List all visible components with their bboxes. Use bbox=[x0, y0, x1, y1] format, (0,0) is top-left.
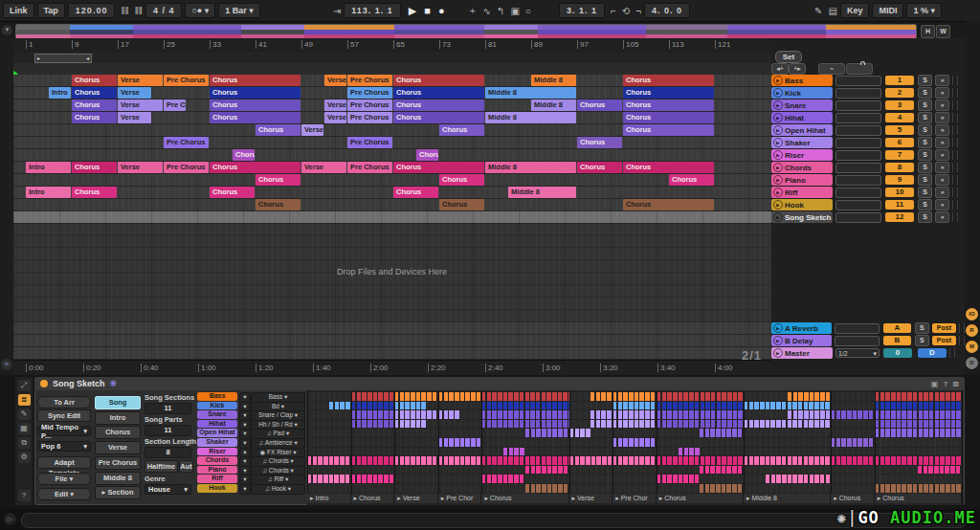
solo-button[interactable]: S bbox=[918, 137, 932, 148]
section-label-cell[interactable]: ▸ Verse bbox=[569, 494, 613, 503]
arrangement-clip[interactable]: Chorus bbox=[72, 112, 117, 123]
step-cells[interactable] bbox=[525, 429, 569, 437]
track-play-icon[interactable]: ▶ bbox=[773, 200, 783, 210]
arrangement-clip[interactable]: Verse bbox=[118, 162, 163, 173]
track-number-chip[interactable]: 7 bbox=[885, 150, 914, 160]
arrangement-clip[interactable]: Chorus bbox=[669, 174, 714, 186]
track-lane-open-hihat[interactable]: ChorusVerseChorusChorus bbox=[13, 124, 771, 136]
arrangement-clip[interactable]: Pre Chorus bbox=[347, 75, 392, 86]
track-number-chip[interactable]: 8 bbox=[885, 163, 914, 172]
solo-button[interactable]: S bbox=[918, 99, 932, 111]
device-help-icon[interactable]: ? bbox=[943, 380, 947, 388]
step-cells[interactable] bbox=[481, 410, 568, 419]
step-cells[interactable] bbox=[569, 456, 613, 465]
step-cells[interactable] bbox=[351, 456, 395, 465]
return-lane[interactable] bbox=[13, 347, 771, 359]
step-cells[interactable] bbox=[351, 420, 395, 429]
track-play-icon[interactable]: ▶ bbox=[773, 175, 783, 185]
track-header[interactable]: ▶A ReverbASPost bbox=[771, 322, 965, 334]
track-number-chip[interactable]: 1 bbox=[885, 76, 914, 85]
step-cells[interactable] bbox=[438, 410, 460, 419]
device-fold-icon[interactable]: ▣ bbox=[931, 380, 939, 388]
track-name-chip[interactable]: ▶Kick bbox=[771, 87, 833, 99]
arrangement-clip[interactable]: Pre Chorus bbox=[164, 137, 209, 148]
track-play-icon[interactable]: ▶ bbox=[773, 76, 783, 85]
track-name-chip[interactable]: ▶Bass bbox=[771, 75, 833, 86]
arrangement-clip[interactable]: Chorus bbox=[623, 124, 714, 136]
step-grid-row[interactable] bbox=[307, 448, 964, 456]
arrangement-clip[interactable]: Middle 8 bbox=[485, 112, 576, 123]
cpu-meter[interactable]: 1 % ▾ bbox=[906, 3, 942, 18]
step-cells[interactable] bbox=[481, 420, 568, 429]
track-play-icon[interactable]: ▶ bbox=[773, 163, 783, 172]
track-lane-hook[interactable]: ChorusChorusChorus bbox=[13, 199, 771, 210]
device-view-icon[interactable]: ≣ bbox=[18, 394, 31, 406]
arrangement-clip[interactable]: Middle 8 bbox=[531, 75, 576, 86]
punch-in-icon[interactable]: ⌐ bbox=[611, 6, 616, 16]
arrangement-clip[interactable]: Pre Chorus bbox=[347, 112, 392, 123]
device-row-chip-bass[interactable]: Bass bbox=[197, 392, 237, 401]
arrangement-clip[interactable]: Chorus bbox=[439, 174, 484, 186]
time-ruler-mode-icon[interactable]: ≈ bbox=[1, 359, 12, 370]
step-cells[interactable] bbox=[875, 410, 962, 419]
step-cells[interactable] bbox=[831, 456, 875, 465]
step-cells[interactable] bbox=[875, 392, 962, 401]
step-cells[interactable] bbox=[679, 448, 701, 456]
new-icon[interactable]: ＋ bbox=[468, 4, 478, 17]
step-cells[interactable] bbox=[351, 402, 395, 410]
arrangement-clip[interactable]: Middle 8 bbox=[485, 162, 576, 173]
track-header[interactable]: ▶Master1/2▾0D bbox=[771, 347, 965, 359]
device-row-chip-riser[interactable]: Riser bbox=[197, 448, 237, 456]
arrangement-clip[interactable]: Chorus bbox=[72, 75, 117, 86]
track-play-icon[interactable]: ▶ bbox=[773, 125, 783, 135]
track-number-chip[interactable]: 10 bbox=[885, 188, 914, 197]
device-row-chip-hook[interactable]: Hook bbox=[197, 484, 237, 493]
track-header[interactable]: ▶B DelayBSPost bbox=[771, 335, 965, 346]
step-cells[interactable] bbox=[875, 484, 962, 493]
arrangement-clip[interactable]: Chorus bbox=[210, 99, 301, 111]
draw-automation-button[interactable]: ⌁ bbox=[818, 63, 845, 75]
device-row-chip-piano[interactable]: Piano bbox=[197, 466, 237, 475]
step-cells[interactable] bbox=[394, 402, 427, 410]
track-number-chip[interactable]: 9 bbox=[885, 175, 914, 185]
section-label-cell[interactable]: ▸ Intro bbox=[307, 494, 351, 503]
template-dropdown[interactable]: Mid Tempo P...▾ bbox=[37, 426, 91, 436]
arrangement-clip[interactable]: Verse bbox=[118, 87, 151, 99]
step-cells[interactable] bbox=[875, 429, 962, 437]
arrangement-clip[interactable]: Verse bbox=[324, 99, 346, 111]
track-number-chip[interactable]: B bbox=[883, 336, 911, 345]
solo-button[interactable]: S bbox=[918, 174, 932, 186]
arrangement-clip[interactable]: Intro bbox=[26, 162, 71, 173]
song-sections-value[interactable]: 11 bbox=[145, 403, 191, 414]
to-arr-button[interactable]: To Arr bbox=[37, 396, 91, 409]
arrangement-clip[interactable]: Pre Chorus bbox=[347, 87, 392, 99]
arrangement-clip[interactable]: Chorus bbox=[439, 199, 484, 210]
height-zoom-button[interactable]: H bbox=[921, 25, 935, 38]
arrangement-clip[interactable]: Pre Chorus bbox=[164, 99, 186, 111]
track-play-icon[interactable]: ▶ bbox=[773, 348, 783, 358]
part-button-pre-chorus[interactable]: Pre Chorus bbox=[95, 456, 141, 470]
arrangement-clip[interactable]: Verse bbox=[118, 99, 163, 111]
step-grid-row[interactable] bbox=[307, 438, 964, 447]
arrangement-clip[interactable]: Chorus bbox=[233, 149, 255, 161]
step-cells[interactable] bbox=[831, 410, 875, 419]
track-name-chip[interactable]: ▶Hook bbox=[771, 199, 833, 210]
track-number-chip[interactable]: A bbox=[883, 323, 911, 333]
link-button[interactable]: Link bbox=[3, 3, 34, 18]
arrangement-clip[interactable]: Chorus bbox=[393, 162, 484, 173]
track-number-chip[interactable]: 3 bbox=[885, 100, 914, 110]
step-cells[interactable] bbox=[351, 392, 395, 401]
step-cells[interactable] bbox=[700, 429, 744, 437]
part-button-intro[interactable]: Intro bbox=[95, 411, 141, 425]
arm-button[interactable]: ● bbox=[935, 149, 949, 161]
track-number-chip[interactable]: 0 bbox=[883, 348, 912, 358]
info-view-toggle-icon[interactable]: ▷ bbox=[4, 513, 16, 525]
step-grid-row[interactable] bbox=[307, 410, 964, 419]
arrangement-clip[interactable]: Chorus bbox=[623, 112, 714, 123]
step-cells[interactable] bbox=[351, 475, 395, 483]
solo-button[interactable]: S bbox=[918, 124, 932, 136]
loop-switch-icon[interactable]: ⟲ bbox=[622, 6, 630, 16]
step-cells[interactable] bbox=[481, 475, 525, 483]
track-number-chip[interactable]: 11 bbox=[885, 200, 914, 210]
step-cells[interactable] bbox=[503, 448, 525, 456]
